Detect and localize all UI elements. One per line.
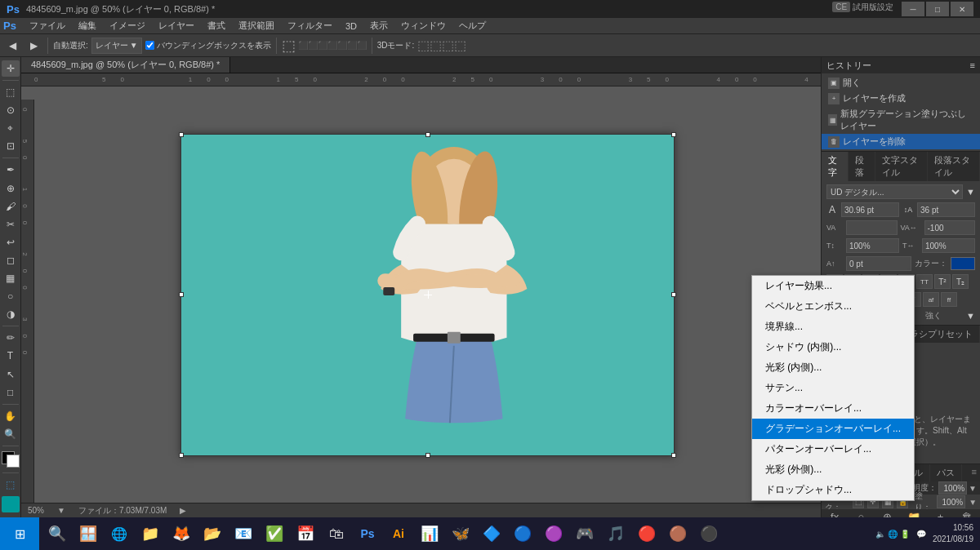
crop-tool[interactable]: ⊡ [2,138,20,154]
handle-bl[interactable] [179,453,184,458]
smallcaps-btn[interactable]: TT [916,274,933,289]
minimize-button[interactable]: ─ [902,2,924,16]
add-mask-btn[interactable]: ○ [853,509,868,517]
handle-tr[interactable] [671,132,676,137]
taskbar-app7[interactable]: 🔴 [632,519,662,548]
menu-3d[interactable]: 3D [339,20,363,33]
menu-select[interactable]: 選択範囲 [232,18,281,33]
superscript-btn[interactable]: T² [934,274,951,289]
taskbar-ms-store[interactable]: 🛍 [322,519,351,548]
taskbar-app4[interactable]: 🟣 [539,519,568,548]
forward-button[interactable]: ▶ [24,37,42,55]
handle-tc[interactable] [425,132,430,137]
taskbar-edge[interactable]: 🌐 [105,519,134,548]
taskbar-todo[interactable]: ✅ [260,519,289,548]
add-fx-btn[interactable]: fx [827,509,842,517]
taskbar-app6[interactable]: 🎵 [601,519,630,548]
history-item-2[interactable]: ▦ 新規グラデーション塗りつぶしレイヤー [822,106,980,134]
tracking-input[interactable] [924,220,976,235]
dodge-tool[interactable]: ◑ [2,306,20,322]
taskbar-ai[interactable]: Ai [384,519,413,548]
fill-input[interactable] [937,495,965,508]
taskbar-app2[interactable]: 🔷 [477,519,506,548]
quick-select[interactable]: ⌖ [2,120,20,136]
handle-tl[interactable] [179,132,184,137]
ctx-stroke[interactable]: 境界線... [752,317,914,337]
type-tool[interactable]: T [2,348,20,364]
handle-ml[interactable] [179,292,184,297]
marquee-tool[interactable]: ⬚ [2,84,20,100]
handle-bc[interactable] [425,453,430,458]
ctx-inner-glow[interactable]: 光彩 (内側)... [752,357,914,378]
brush-tool[interactable]: 🖌 [2,198,20,215]
add-layer-btn[interactable]: + [933,509,947,517]
taskbar-app8[interactable]: 🟤 [663,519,693,548]
discretionary-btn[interactable]: ff [941,292,957,307]
leading-input[interactable] [917,202,975,217]
ctx-color-overlay[interactable]: カラーオーバーレイ... [752,398,914,419]
baseline-input[interactable] [846,256,911,271]
maximize-button[interactable]: □ [926,2,949,16]
show-bounds-checkbox[interactable] [145,41,154,50]
color-swatches[interactable] [2,451,20,468]
menu-view[interactable]: 表示 [363,18,394,33]
taskbar-ps[interactable]: Ps [353,519,382,548]
hand-tool[interactable]: ✋ [2,408,20,424]
handle-mr[interactable] [671,292,676,297]
taskbar-clock[interactable]: 10:56 2021/08/19 [933,522,973,545]
ctx-pattern-overlay[interactable]: パターンオーバーレイ... [752,439,914,459]
blur-tool[interactable]: ○ [2,288,20,304]
ctx-outer-glow[interactable]: 光彩 (外側)... [752,459,914,480]
history-item-1[interactable]: + レイヤーを作成 [822,91,980,106]
contextual-btn[interactable]: af [923,292,939,307]
back-button[interactable]: ◀ [3,37,21,55]
menu-image[interactable]: イメージ [103,18,152,33]
ctx-gradient-overlay[interactable]: グラデーションオーバーレイ... [752,419,914,439]
taskbar-app5[interactable]: 🎮 [570,519,599,548]
eyedropper[interactable]: ✒ [2,162,20,178]
history-item-0[interactable]: ▣ 開く [822,75,980,91]
taskbar-outlook[interactable]: 📧 [229,519,258,548]
ctx-layer-effect[interactable]: レイヤー効果... [752,276,914,296]
ctx-satin[interactable]: サテン... [752,378,914,398]
taskbar-firefox[interactable]: 🦊 [167,519,196,548]
move-tool[interactable]: ✛ [2,60,20,77]
history-brush[interactable]: ↩ [2,234,20,251]
menu-edit[interactable]: 編集 [72,18,103,33]
layer-select[interactable]: レイヤー ▼ [91,38,142,54]
menu-layer[interactable]: レイヤー [152,18,201,33]
handle-br[interactable] [671,453,676,458]
font-family[interactable]: UD デジタル... [826,184,963,199]
canvas-tab[interactable]: 4845609_m.jpg @ 50% (レイヤー 0, RGB/8#) * [21,57,230,73]
tab-paragraph[interactable]: 段落 [849,152,875,181]
delete-layer-btn[interactable]: 🗑 [960,509,974,517]
tab-char-style[interactable]: 文字スタイル [875,152,928,181]
scale-v-input[interactable] [846,238,899,253]
taskbar-app9[interactable]: ⚫ [694,519,724,548]
menu-window[interactable]: ウィンドウ [394,18,452,33]
add-adj-btn[interactable]: ⊕ [880,509,895,517]
history-item-3[interactable]: 🗑 レイヤーを削除 [822,134,980,149]
tab-paths[interactable]: パス [930,464,962,481]
tab-character[interactable]: 文字 [822,152,849,181]
ctx-bevel-emboss[interactable]: ベベルとエンボス... [752,296,914,317]
lasso-tool[interactable]: ⊙ [2,102,20,118]
color-picker[interactable] [951,257,975,270]
kerning-input[interactable] [846,220,898,235]
taskbar-excel[interactable]: 📊 [415,519,444,548]
tab-para-style[interactable]: 段落スタイル [928,152,980,181]
taskbar-task-view[interactable]: 🪟 [74,519,103,548]
ctx-inner-shadow[interactable]: シャドウ (内側)... [752,337,914,357]
clone-tool[interactable]: ✂ [2,216,20,233]
path-select[interactable]: ↖ [2,366,20,382]
start-button[interactable]: ⊞ [0,517,39,550]
gradient-tool[interactable]: ▦ [2,270,20,286]
background-color[interactable] [7,455,20,468]
quick-mask[interactable]: ⬚ [2,477,20,493]
menu-file[interactable]: ファイル [23,18,72,33]
taskbar-explorer[interactable]: 📁 [136,519,165,548]
taskbar-calendar[interactable]: 📅 [291,519,320,548]
taskbar-folder2[interactable]: 📂 [198,519,227,548]
font-size-input[interactable] [841,202,899,217]
menu-help[interactable]: ヘルプ [452,18,492,33]
